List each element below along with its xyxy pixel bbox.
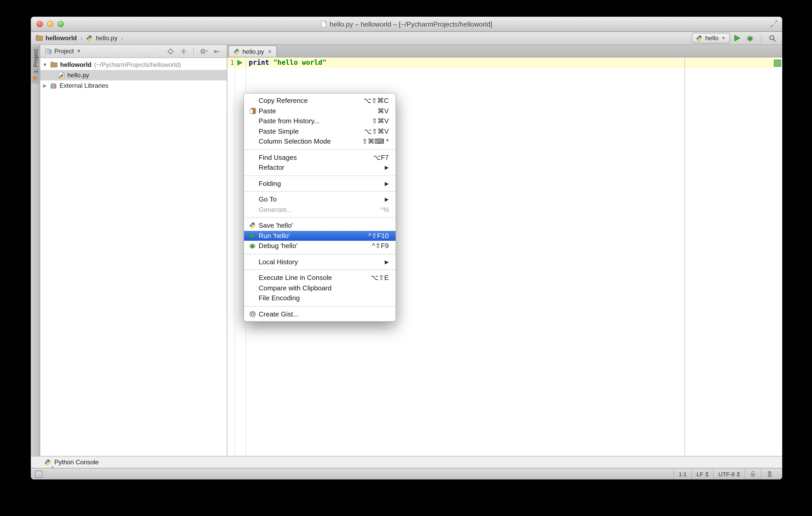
no-icon (248, 138, 257, 146)
caret-position-widget[interactable]: 1:1 (673, 468, 691, 480)
run-configuration-selector[interactable]: hello ▼ (692, 33, 730, 43)
tree-expanded-icon[interactable]: ▼ (42, 62, 48, 67)
menu-item-column-selection-mode[interactable]: Column Selection Mode ⇧⌘⌨ * (244, 136, 396, 147)
pycharm-window: hello.py – helloworld – [~/PycharmProjec… (31, 17, 782, 480)
project-panel-title[interactable]: Project (54, 48, 74, 55)
tab-label: hello.py (242, 48, 264, 55)
breadcrumb-file[interactable]: hello.py (86, 34, 118, 42)
collapse-all-icon (180, 48, 187, 55)
menu-separator (244, 175, 396, 176)
tree-row-path: (~/PycharmProjects/helloworld) (94, 61, 181, 68)
menu-item-debug-hello[interactable]: Debug 'hello' ^⇧F9 (244, 241, 396, 251)
tab-hello-py[interactable]: hello.py × (228, 45, 277, 57)
locate-target-icon (167, 48, 174, 55)
menu-separator (244, 149, 396, 150)
submenu-arrow-icon: ▶ (385, 259, 389, 265)
menu-item-copy-reference[interactable]: Copy Reference ⌥⇧⌘C (244, 96, 396, 106)
hide-panel-button[interactable]: ⇤ (212, 46, 222, 56)
menu-item-folding[interactable]: Folding ▶ (244, 178, 396, 188)
status-bar: 1:1 LF UTF-8 (31, 468, 782, 480)
menu-item-run-hello[interactable]: Run 'hello' ^⇧F10 (244, 231, 396, 241)
menu-item-paste-simple[interactable]: Paste Simple ⌥⇧⌘V (244, 126, 396, 136)
debug-button[interactable] (745, 33, 755, 43)
toolbar-separator (761, 34, 761, 42)
python-console-button-label[interactable]: Python Console (54, 459, 98, 466)
fullscreen-arrow-sw: ↙ (770, 23, 775, 28)
project-panel-header: Project ▼ ⚙▾ ⇤ (40, 45, 227, 58)
collapse-all-button[interactable] (178, 46, 188, 56)
inspection-scroll-strip[interactable] (774, 57, 782, 456)
breadcrumb-project-label: helloworld (46, 34, 77, 42)
window-title: hello.py – helloworld – [~/PycharmProjec… (330, 20, 492, 28)
menu-item-local-history[interactable]: Local History ▶ (244, 257, 396, 267)
breadcrumb-project[interactable]: helloworld (35, 34, 77, 42)
project-tree: ▼ helloworld (~/PycharmProjects/hellowor… (40, 58, 227, 91)
pycharm-icon (32, 75, 39, 82)
python-icon (234, 48, 240, 55)
close-tab-icon[interactable]: × (268, 48, 272, 55)
tree-row-label: hello.py (67, 71, 89, 79)
main-area: 1: Project Project ▼ ⚙▾ (31, 45, 782, 456)
menu-item-paste[interactable]: Paste ⌘V (244, 106, 396, 116)
python-icon (248, 221, 257, 230)
no-icon (248, 258, 257, 266)
project-view-icon (45, 48, 52, 55)
menu-item-compare-with-clipboard[interactable]: Compare with Clipboard (244, 283, 396, 293)
run-icon (734, 34, 741, 42)
menu-item-paste-from-history[interactable]: Paste from History... ⇧⌘V (244, 116, 396, 126)
title-bar[interactable]: hello.py – helloworld – [~/PycharmProjec… (31, 17, 782, 32)
traffic-lights (36, 21, 64, 27)
zoom-window-button[interactable] (57, 21, 64, 27)
chevron-down-icon: ▼ (721, 35, 726, 41)
debug-bug-icon (248, 242, 257, 250)
updown-arrows-icon (737, 472, 740, 477)
highlighting-level-widget[interactable] (761, 468, 778, 480)
screen: hello.py – helloworld – [~/PycharmProjec… (0, 0, 812, 516)
menu-item-execute-line-in-console[interactable]: Execute Line in Console ⌥⇧E (244, 273, 396, 283)
menu-item-create-gist[interactable]: Create Gist... (244, 309, 396, 319)
project-tool-window-label: 1: Project (32, 49, 38, 73)
project-panel: Project ▼ ⚙▾ ⇤ ▼ (40, 45, 227, 456)
python-console-icon: › (45, 459, 51, 465)
tree-collapsed-icon[interactable]: ▶ (42, 83, 48, 88)
document-icon (321, 20, 326, 28)
menu-item-save-hello[interactable]: Save 'hello' (244, 220, 396, 231)
encoding-widget[interactable]: UTF-8 (713, 468, 745, 480)
breadcrumb-file-label: hello.py (96, 34, 118, 42)
inspection-status-indicator[interactable] (774, 60, 781, 67)
toggle-toolwindows-button[interactable] (35, 470, 42, 478)
window-title-group: hello.py – helloworld – [~/PycharmProjec… (321, 20, 492, 28)
tree-row-external-libraries[interactable]: ▶ External Libraries (40, 81, 227, 91)
no-icon (248, 97, 257, 105)
tree-row-hello-py[interactable]: hello.py (40, 70, 227, 81)
code-line-1: print "hello world" (249, 57, 326, 68)
line-separator-widget[interactable]: LF (691, 468, 713, 480)
menu-item-generate: Generate... ^N (244, 205, 396, 215)
run-button[interactable] (732, 33, 743, 43)
python-file-icon (59, 71, 65, 79)
close-window-button[interactable] (36, 21, 43, 27)
no-icon (248, 274, 257, 282)
editor-context-menu: Copy Reference ⌥⇧⌘C Paste ⌘V Paste from … (243, 93, 396, 322)
scroll-to-source-button[interactable] (165, 46, 176, 56)
debug-bug-icon (746, 34, 754, 42)
menu-item-file-encoding[interactable]: File Encoding (244, 293, 396, 303)
chevron-down-icon[interactable]: ▼ (77, 49, 81, 54)
panel-settings-button[interactable]: ⚙▾ (199, 46, 209, 56)
minimize-window-button[interactable] (47, 21, 53, 27)
gear-icon: ⚙ (200, 48, 206, 55)
project-tool-window-button[interactable]: 1: Project (31, 47, 39, 84)
menu-item-go-to[interactable]: Go To ▶ (244, 194, 396, 205)
fullscreen-icon[interactable]: ↗ ↙ (770, 19, 779, 28)
menu-item-find-usages[interactable]: Find Usages ⌥F7 (244, 152, 396, 162)
run-configuration-name: hello (705, 34, 719, 42)
search-everywhere-button[interactable] (767, 33, 778, 43)
menu-separator (244, 270, 396, 270)
folder-icon (35, 35, 43, 41)
line-number: 1 (227, 57, 234, 68)
tree-row-helloworld[interactable]: ▼ helloworld (~/PycharmProjects/hellowor… (40, 60, 227, 70)
code-keyword: print (249, 59, 269, 66)
readonly-lock-widget[interactable] (745, 468, 761, 480)
menu-item-refactor[interactable]: Refactor ▶ (244, 162, 396, 173)
run-line-marker[interactable] (237, 60, 243, 66)
